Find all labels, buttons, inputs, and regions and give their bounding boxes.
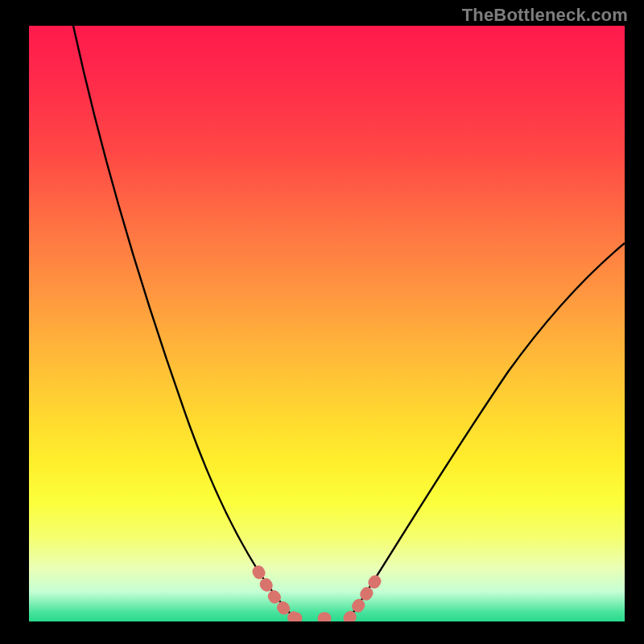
curve-layer <box>29 26 625 621</box>
left-curve <box>73 26 295 618</box>
right-curve <box>349 243 625 618</box>
watermark-text: TheBottleneck.com <box>462 5 628 26</box>
chart-frame: TheBottleneck.com <box>0 0 644 644</box>
left-marker-band <box>258 572 295 618</box>
